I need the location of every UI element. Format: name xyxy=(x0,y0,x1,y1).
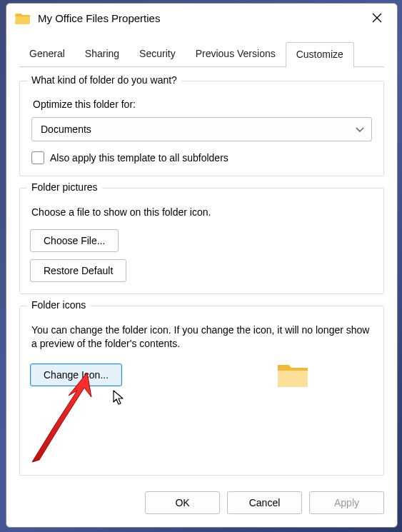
change-icon-button[interactable]: Change Icon... xyxy=(30,363,122,386)
tab-strip: General Sharing Security Previous Versio… xyxy=(6,42,397,68)
optimize-select-value: Documents xyxy=(41,124,91,135)
subfolders-checkbox-label: Also apply this template to all subfolde… xyxy=(50,152,228,164)
tab-security[interactable]: Security xyxy=(129,42,186,67)
tab-content: What kind of folder do you want? Optimiz… xyxy=(6,68,397,481)
group-folder-pictures: Folder pictures Choose a file to show on… xyxy=(19,188,384,294)
tab-sharing[interactable]: Sharing xyxy=(75,42,129,67)
choose-file-button[interactable]: Choose File... xyxy=(30,229,119,252)
folder-icon xyxy=(15,11,31,24)
group-folder-icons-legend: Folder icons xyxy=(27,299,90,311)
tab-general[interactable]: General xyxy=(19,42,75,67)
folder-icons-desc: You can change the folder icon. If you c… xyxy=(31,323,372,351)
tab-customize[interactable]: Customize xyxy=(286,42,354,68)
properties-dialog: My Office Files Properties General Shari… xyxy=(6,3,398,528)
restore-default-button[interactable]: Restore Default xyxy=(30,259,126,282)
apply-button[interactable]: Apply xyxy=(309,491,384,514)
dialog-footer: OK Cancel Apply xyxy=(6,481,397,527)
close-button[interactable] xyxy=(363,7,391,29)
titlebar: My Office Files Properties xyxy=(6,4,397,32)
window-title: My Office Files Properties xyxy=(38,12,363,24)
group-folder-kind: What kind of folder do you want? Optimiz… xyxy=(19,81,384,176)
optimize-select[interactable]: Documents xyxy=(31,117,372,141)
folder-preview-icon xyxy=(276,361,309,389)
folder-pictures-desc: Choose a file to show on this folder ico… xyxy=(31,206,372,219)
optimize-label: Optimize this folder for: xyxy=(33,99,373,110)
cancel-button[interactable]: Cancel xyxy=(227,491,302,514)
tab-previous-versions[interactable]: Previous Versions xyxy=(186,42,286,67)
group-folder-icons: Folder icons You can change the folder i… xyxy=(19,306,384,476)
chevron-down-icon xyxy=(356,124,364,135)
subfolders-checkbox[interactable] xyxy=(31,151,44,164)
group-folder-pictures-legend: Folder pictures xyxy=(27,181,102,193)
ok-button[interactable]: OK xyxy=(145,491,220,514)
group-folder-kind-legend: What kind of folder do you want? xyxy=(27,74,181,86)
